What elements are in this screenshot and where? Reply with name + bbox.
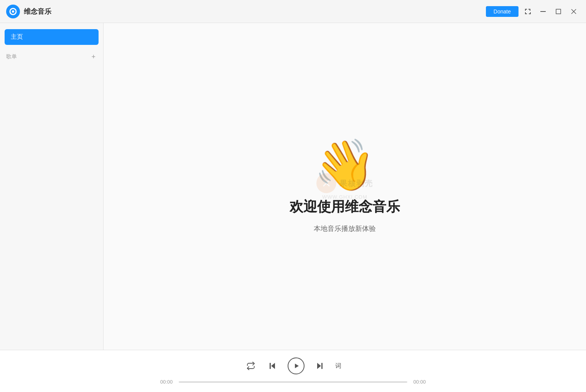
repeat-icon <box>246 361 255 371</box>
total-time: 00:00 <box>412 379 427 385</box>
prev-button[interactable] <box>266 360 278 372</box>
titlebar-controls: Donate <box>486 5 580 18</box>
progress-track[interactable] <box>179 381 407 383</box>
sidebar-playlist-label: 歌单 <box>6 53 17 60</box>
wave-emoji: 👋 <box>314 140 376 190</box>
minimize-icon <box>540 11 546 12</box>
repeat-button[interactable] <box>245 360 257 372</box>
player-controls: 词 <box>245 357 341 374</box>
content-area: 果核剥壳 WWW.GHXI.COM 👋 欢迎使用维念音乐 本地音乐播放新体验 <box>104 23 586 350</box>
svg-rect-3 <box>540 11 546 12</box>
sidebar: 主页 歌单 + <box>0 23 104 350</box>
next-button[interactable] <box>314 360 326 372</box>
progress-bar-row: 00:00 00:00 <box>159 379 427 385</box>
donate-button[interactable]: Donate <box>486 6 519 17</box>
titlebar: 维念音乐 Donate <box>0 0 586 23</box>
svg-marker-10 <box>295 364 299 368</box>
add-playlist-button[interactable]: + <box>90 53 97 61</box>
welcome-title: 欢迎使用维念音乐 <box>290 198 400 216</box>
sidebar-item-home[interactable]: 主页 <box>5 29 99 45</box>
main-layout: 主页 歌单 + 果核剥壳 WWW.GHXI.COM 👋 欢迎使用维 <box>0 23 586 350</box>
player-bar: 词 00:00 00:00 <box>0 350 586 392</box>
minimize-button[interactable] <box>537 5 549 18</box>
maximize-icon <box>556 9 561 14</box>
current-time: 00:00 <box>159 379 174 385</box>
play-icon <box>292 362 300 370</box>
sidebar-playlist-section: 歌单 + <box>0 49 103 64</box>
next-icon <box>315 361 324 371</box>
app-title: 维念音乐 <box>24 7 51 16</box>
fullscreen-icon <box>524 8 531 15</box>
prev-icon <box>268 361 277 371</box>
svg-rect-4 <box>556 9 561 14</box>
svg-rect-9 <box>270 363 271 369</box>
welcome-section: 👋 欢迎使用维念音乐 本地音乐播放新体验 <box>290 140 400 233</box>
svg-point-2 <box>12 10 14 13</box>
app-logo <box>6 5 20 18</box>
maximize-button[interactable] <box>552 5 565 18</box>
close-button[interactable] <box>568 5 580 18</box>
close-icon <box>571 9 576 14</box>
fullscreen-button[interactable] <box>522 5 534 18</box>
welcome-subtitle: 本地音乐播放新体验 <box>314 224 376 233</box>
svg-rect-11 <box>321 363 323 369</box>
lyrics-button[interactable]: 词 <box>335 362 341 370</box>
play-button[interactable] <box>288 357 305 374</box>
